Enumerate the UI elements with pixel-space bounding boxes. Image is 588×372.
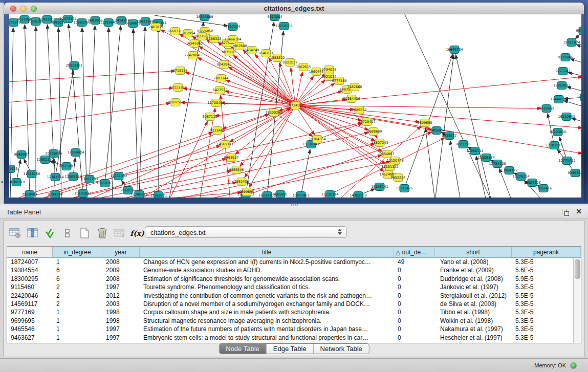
table-cell[interactable]: Tourette syndrome. Phenomenology and cla… <box>140 283 394 291</box>
table-cell[interactable]: 5.3E-5 <box>512 317 573 325</box>
tab-network-table[interactable]: Network Table <box>313 344 369 354</box>
network-canvas[interactable]: 8171379901296610391209114310059891079124… <box>9 14 581 198</box>
side-splitter[interactable]: ◂ <box>0 3 4 204</box>
table-cell[interactable]: 1 <box>53 317 102 325</box>
table-cell[interactable]: 2012 <box>102 292 140 300</box>
table-cell[interactable]: 1998 <box>102 317 140 325</box>
graph-edge[interactable] <box>9 71 175 82</box>
table-cell[interactable]: Structural magnetic resonance image aver… <box>140 317 394 325</box>
graph-edge[interactable] <box>576 45 581 49</box>
graph-edge[interactable] <box>425 128 435 198</box>
table-panel-header[interactable]: Table Panel ✕ <box>0 206 588 218</box>
table-cell[interactable]: Estimation of significance thresholds fo… <box>140 275 394 283</box>
table-cell[interactable]: 5.3E-5 <box>512 300 573 308</box>
table-cell[interactable]: 0 <box>394 308 435 316</box>
table-row[interactable]: 1872400712008Changes of HCN gene express… <box>7 258 573 266</box>
memory-status-indicator[interactable] <box>570 362 577 369</box>
table-cell[interactable]: 9777169 <box>7 308 53 316</box>
table-cell[interactable]: Investigating the contribution of common… <box>140 292 394 300</box>
table-cell[interactable]: 14569117 <box>7 300 53 308</box>
table-cell[interactable]: 0 <box>394 334 435 342</box>
table-cell[interactable]: Nakamura et al. (1997) <box>435 325 512 333</box>
table-mode-button[interactable] <box>8 226 23 240</box>
table-row[interactable]: 911546021997Tourette syndrome. Phenomeno… <box>7 283 573 291</box>
table-cell[interactable]: 49 <box>394 258 435 266</box>
graph-edge[interactable] <box>229 67 295 105</box>
graph-edge[interactable] <box>58 28 61 198</box>
graph-edge[interactable] <box>301 149 310 195</box>
table-cell[interactable]: 5.6E-5 <box>512 266 573 274</box>
table-cell[interactable]: 6 <box>53 275 102 283</box>
column-header-year[interactable]: year <box>102 247 140 257</box>
table-cell[interactable]: 2008 <box>102 258 140 266</box>
table-cell[interactable]: 2009 <box>102 266 140 274</box>
graph-edge[interactable] <box>82 28 87 198</box>
table-cell[interactable]: Embryonic stem cells: a model to study s… <box>140 334 394 342</box>
graph-edge[interactable] <box>295 76 314 105</box>
row-height-button[interactable] <box>60 226 75 240</box>
graph-edge[interactable] <box>9 103 170 128</box>
graph-edge[interactable] <box>138 108 291 198</box>
graph-edge[interactable] <box>567 87 581 92</box>
table-cell[interactable]: 0 <box>394 266 435 274</box>
table-cell[interactable]: 2008 <box>102 275 140 283</box>
graph-edge[interactable] <box>105 26 121 183</box>
tab-edge-table[interactable]: Edge Table <box>266 344 313 354</box>
graph-edge[interactable] <box>198 57 295 105</box>
graph-edge[interactable] <box>435 55 454 198</box>
table-cell[interactable]: 1 <box>53 325 102 333</box>
table-cell[interactable]: 5.3E-5 <box>512 308 573 316</box>
graph-edge[interactable] <box>139 27 145 194</box>
table-cell[interactable]: 2003 <box>102 300 140 308</box>
graph-edge[interactable] <box>450 141 461 198</box>
table-cell[interactable]: 1997 <box>102 334 140 342</box>
network-graph[interactable]: 8171379901296610391209114310059891079124… <box>9 14 581 198</box>
table-cell[interactable]: 2 <box>53 292 102 300</box>
table-cell[interactable]: Dudbridge et al. (2008) <box>435 275 512 283</box>
table-cell[interactable]: 9115460 <box>7 283 53 291</box>
graph-edge[interactable] <box>158 28 159 195</box>
table-row[interactable]: 977716911998Corpus callosum shape and si… <box>7 308 573 316</box>
table-row[interactable]: 946362711997Embryonic stem cells: a mode… <box>7 334 573 342</box>
table-cell[interactable]: 1998 <box>102 308 140 316</box>
table-cell[interactable]: 0 <box>394 317 435 325</box>
table-cell[interactable]: Estimation of the future numbers of pati… <box>140 325 394 333</box>
table-cell[interactable]: 2 <box>53 300 102 308</box>
collapse-arrow-icon[interactable]: ◂ <box>1 180 3 184</box>
table-cell[interactable]: 9465546 <box>7 325 53 333</box>
table-cell[interactable]: 2 <box>53 283 102 291</box>
graph-edge[interactable] <box>572 118 581 123</box>
column-header-pagerank[interactable]: pagerank <box>512 247 581 257</box>
table-cell[interactable]: 5.3E-5 <box>512 258 573 266</box>
table-cell[interactable]: Jankovic et al. (1997) <box>435 283 512 291</box>
close-panel-icon[interactable]: ✕ <box>576 207 582 215</box>
table-selector-combobox[interactable]: citations_edges.txt <box>145 226 347 238</box>
graph-edge[interactable] <box>133 29 138 198</box>
vertical-scrollbar[interactable] <box>573 258 581 343</box>
scrollbar-thumb[interactable] <box>575 259 580 279</box>
window-titlebar[interactable]: citations_edges.txt <box>4 3 584 14</box>
graph-edge[interactable] <box>90 26 95 179</box>
delete-column-button[interactable] <box>95 226 110 240</box>
column-header-name[interactable]: name <box>7 247 53 257</box>
column-header-title[interactable]: title <box>140 247 394 257</box>
table-row[interactable]: 2242004622012Investigating the contribut… <box>7 292 573 300</box>
table-cell[interactable]: 1 <box>53 258 102 266</box>
table-cell[interactable]: Stergiakouli et al. (2012) <box>435 292 512 300</box>
graph-edge[interactable] <box>404 14 491 198</box>
table-cell[interactable]: 19384554 <box>7 266 53 274</box>
tab-node-table[interactable]: Node Table <box>219 344 266 354</box>
table-cell[interactable]: 1 <box>53 308 102 316</box>
table-cell[interactable]: 6 <box>53 266 102 274</box>
graph-edge[interactable] <box>455 55 491 198</box>
table-cell[interactable]: Disruption of a novel member of a sodium… <box>140 300 394 308</box>
table-cell[interactable]: 0 <box>394 283 435 291</box>
table-cell[interactable]: Franke et al. (2009) <box>435 266 512 274</box>
table-cell[interactable]: 1 <box>53 334 102 342</box>
graph-edge[interactable] <box>169 155 382 198</box>
new-column-button[interactable] <box>77 226 93 240</box>
import-table-button[interactable] <box>112 226 127 240</box>
graph-edge[interactable] <box>564 101 581 107</box>
table-cell[interactable]: 18300295 <box>7 275 53 283</box>
table-cell[interactable]: 0 <box>394 300 435 308</box>
